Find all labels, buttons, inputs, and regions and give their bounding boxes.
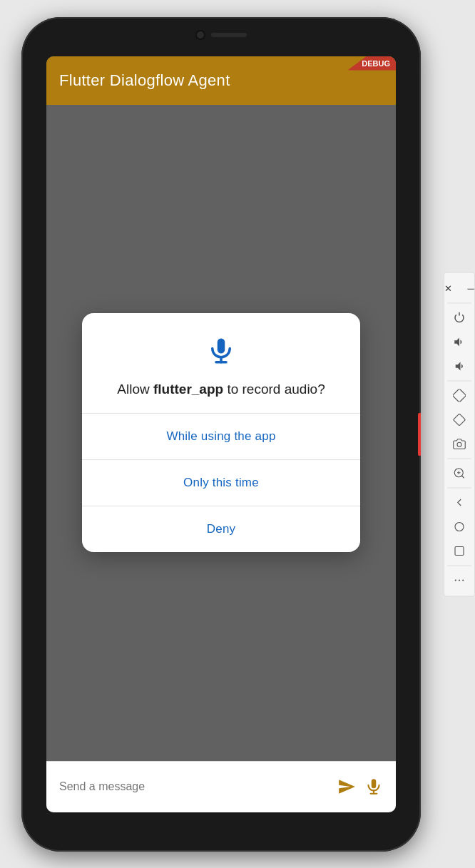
more-button[interactable] [448,568,471,591]
recent-apps-button[interactable] [448,539,471,562]
svg-rect-12 [218,338,225,353]
svg-point-10 [459,579,460,581]
rotate1-button[interactable] [448,384,471,407]
mic-record-button[interactable] [364,777,383,796]
back-button[interactable] [448,491,471,514]
toolbar-divider [447,302,471,303]
svg-point-7 [455,522,464,531]
emulator-toolbar: ✕ ─ [444,272,475,596]
front-camera [195,30,205,40]
phone-notch [195,30,247,40]
debug-badge: DEBUG [347,56,396,71]
toolbar-divider-2 [447,380,471,381]
app-bar: Flutter Dialogflow Agent DEBUG [46,56,396,105]
only-this-time-option[interactable]: Only this time [82,460,360,506]
deny-option[interactable]: Deny [82,506,360,552]
send-button[interactable] [337,777,356,796]
toolbar-divider-3 [447,458,471,459]
svg-rect-15 [372,779,377,788]
volume-down-button[interactable] [448,354,471,377]
phone-screen: Flutter Dialogflow Agent DEBUG [46,56,396,812]
zoom-button[interactable] [448,461,471,484]
volume-up-button[interactable] [448,330,471,353]
app-name-bold: flutter_app [153,382,223,397]
svg-point-2 [457,442,461,446]
home-button[interactable] [448,515,471,538]
screen-content: Allow flutter_app to record audio? While… [46,105,396,761]
dialog-top: Allow flutter_app to record audio? [82,313,360,414]
screenshot-button[interactable] [448,432,471,455]
permission-dialog: Allow flutter_app to record audio? While… [82,313,360,553]
mic-icon-container [206,336,236,369]
phone-device: Flutter Dialogflow Agent DEBUG [21,17,421,852]
toolbar-divider-5 [447,565,471,566]
app-title: Flutter Dialogflow Agent [59,71,230,90]
svg-rect-1 [454,414,466,426]
rotate2-button[interactable] [448,408,471,431]
close-button[interactable]: ✕ [436,277,459,300]
message-input[interactable] [59,780,329,793]
volume-indicator [418,413,421,456]
svg-rect-0 [453,389,466,402]
minimize-button[interactable]: ─ [459,277,475,300]
while-using-option[interactable]: While using the app [82,414,360,459]
svg-point-9 [455,579,456,581]
bottom-bar [46,761,396,812]
power-button[interactable] [448,306,471,329]
microphone-icon [206,336,236,369]
permission-text: Allow flutter_app to record audio? [117,380,325,399]
toolbar-divider-4 [447,487,471,488]
svg-point-11 [462,579,464,581]
svg-rect-8 [455,546,464,555]
earpiece-speaker [211,33,247,37]
svg-line-4 [461,475,464,477]
